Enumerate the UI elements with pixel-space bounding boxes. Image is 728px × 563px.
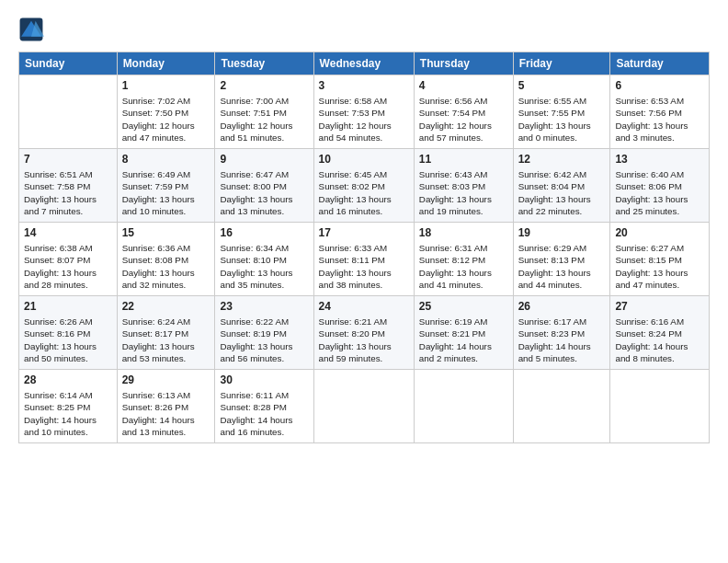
day-number: 5	[518, 78, 606, 93]
day-number: 29	[122, 373, 210, 387]
calendar-cell: 6Sunrise: 6:53 AM Sunset: 7:56 PM Daylig…	[610, 75, 710, 149]
calendar-cell: 30Sunrise: 6:11 AM Sunset: 8:28 PM Dayli…	[215, 370, 313, 443]
day-info: Sunrise: 6:33 AM Sunset: 8:11 PM Dayligh…	[319, 242, 409, 291]
calendar-cell: 13Sunrise: 6:40 AM Sunset: 8:06 PM Dayli…	[610, 149, 710, 223]
day-number: 6	[615, 78, 704, 93]
week-row-5: 28Sunrise: 6:14 AM Sunset: 8:25 PM Dayli…	[19, 370, 710, 443]
day-number: 14	[24, 225, 112, 240]
day-number: 4	[419, 78, 508, 93]
weekday-header-tuesday: Tuesday	[215, 52, 313, 75]
calendar-cell: 21Sunrise: 6:26 AM Sunset: 8:16 PM Dayli…	[19, 296, 118, 370]
calendar-cell: 26Sunrise: 6:17 AM Sunset: 8:23 PM Dayli…	[513, 296, 610, 370]
day-number: 28	[24, 373, 112, 387]
day-info: Sunrise: 6:26 AM Sunset: 8:16 PM Dayligh…	[24, 316, 112, 364]
weekday-header-saturday: Saturday	[610, 52, 710, 75]
day-info: Sunrise: 6:21 AM Sunset: 8:20 PM Dayligh…	[319, 316, 409, 364]
calendar-cell: 29Sunrise: 6:13 AM Sunset: 8:26 PM Dayli…	[117, 370, 215, 443]
calendar-cell	[414, 370, 513, 443]
weekday-header-wednesday: Wednesday	[313, 52, 414, 75]
day-info: Sunrise: 6:55 AM Sunset: 7:55 PM Dayligh…	[518, 95, 606, 144]
calendar-cell	[513, 370, 610, 443]
day-number: 17	[319, 225, 409, 240]
day-info: Sunrise: 6:49 AM Sunset: 7:59 PM Dayligh…	[122, 168, 210, 217]
day-number: 1	[122, 78, 210, 93]
day-info: Sunrise: 6:34 AM Sunset: 8:10 PM Dayligh…	[220, 242, 308, 291]
day-info: Sunrise: 6:38 AM Sunset: 8:07 PM Dayligh…	[24, 242, 112, 291]
weekday-header-thursday: Thursday	[414, 52, 513, 75]
day-info: Sunrise: 6:27 AM Sunset: 8:15 PM Dayligh…	[615, 242, 704, 291]
day-number: 15	[122, 225, 210, 240]
calendar-cell: 22Sunrise: 6:24 AM Sunset: 8:17 PM Dayli…	[117, 296, 215, 370]
day-number: 25	[419, 299, 508, 314]
day-number: 11	[419, 152, 508, 167]
day-info: Sunrise: 6:16 AM Sunset: 8:24 PM Dayligh…	[615, 316, 704, 364]
day-info: Sunrise: 6:40 AM Sunset: 8:06 PM Dayligh…	[615, 168, 704, 217]
day-info: Sunrise: 6:47 AM Sunset: 8:00 PM Dayligh…	[220, 168, 308, 217]
day-number: 16	[220, 225, 308, 240]
calendar-table: SundayMondayTuesdayWednesdayThursdayFrid…	[18, 52, 710, 443]
day-number: 19	[518, 225, 606, 240]
day-number: 3	[319, 78, 409, 93]
calendar-cell: 10Sunrise: 6:45 AM Sunset: 8:02 PM Dayli…	[313, 149, 414, 223]
calendar-cell: 3Sunrise: 6:58 AM Sunset: 7:53 PM Daylig…	[313, 75, 414, 149]
day-number: 18	[419, 225, 508, 240]
calendar-cell: 27Sunrise: 6:16 AM Sunset: 8:24 PM Dayli…	[610, 296, 710, 370]
calendar-cell: 20Sunrise: 6:27 AM Sunset: 8:15 PM Dayli…	[610, 223, 710, 296]
day-number: 22	[122, 299, 210, 314]
calendar-cell: 8Sunrise: 6:49 AM Sunset: 7:59 PM Daylig…	[117, 149, 215, 223]
day-info: Sunrise: 6:14 AM Sunset: 8:25 PM Dayligh…	[24, 389, 112, 438]
logo-icon	[18, 17, 44, 42]
day-info: Sunrise: 7:00 AM Sunset: 7:51 PM Dayligh…	[220, 95, 308, 144]
calendar-cell: 17Sunrise: 6:33 AM Sunset: 8:11 PM Dayli…	[313, 223, 414, 296]
day-number: 8	[122, 152, 210, 167]
week-row-3: 14Sunrise: 6:38 AM Sunset: 8:07 PM Dayli…	[19, 223, 710, 296]
calendar-cell: 12Sunrise: 6:42 AM Sunset: 8:04 PM Dayli…	[513, 149, 610, 223]
day-info: Sunrise: 6:19 AM Sunset: 8:21 PM Dayligh…	[419, 316, 508, 364]
day-info: Sunrise: 6:17 AM Sunset: 8:23 PM Dayligh…	[518, 316, 606, 364]
calendar-cell: 11Sunrise: 6:43 AM Sunset: 8:03 PM Dayli…	[414, 149, 513, 223]
day-info: Sunrise: 6:13 AM Sunset: 8:26 PM Dayligh…	[122, 389, 210, 438]
calendar-cell: 16Sunrise: 6:34 AM Sunset: 8:10 PM Dayli…	[215, 223, 313, 296]
day-number: 24	[319, 299, 409, 314]
weekday-header-friday: Friday	[513, 52, 610, 75]
day-number: 2	[220, 78, 308, 93]
day-number: 10	[319, 152, 409, 167]
calendar-cell: 28Sunrise: 6:14 AM Sunset: 8:25 PM Dayli…	[19, 370, 118, 443]
day-info: Sunrise: 6:58 AM Sunset: 7:53 PM Dayligh…	[319, 95, 409, 144]
day-number: 26	[518, 299, 606, 314]
day-number: 12	[518, 152, 606, 167]
header	[18, 17, 710, 42]
calendar-cell	[19, 75, 118, 149]
logo	[18, 17, 48, 42]
day-number: 9	[220, 152, 308, 167]
day-info: Sunrise: 6:42 AM Sunset: 8:04 PM Dayligh…	[518, 168, 606, 217]
calendar-cell: 1Sunrise: 7:02 AM Sunset: 7:50 PM Daylig…	[117, 75, 215, 149]
day-number: 20	[615, 225, 704, 240]
calendar-cell: 15Sunrise: 6:36 AM Sunset: 8:08 PM Dayli…	[117, 223, 215, 296]
week-row-4: 21Sunrise: 6:26 AM Sunset: 8:16 PM Dayli…	[19, 296, 710, 370]
day-info: Sunrise: 6:56 AM Sunset: 7:54 PM Dayligh…	[419, 95, 508, 144]
day-info: Sunrise: 6:45 AM Sunset: 8:02 PM Dayligh…	[319, 168, 409, 217]
day-info: Sunrise: 6:22 AM Sunset: 8:19 PM Dayligh…	[220, 316, 308, 364]
calendar-cell: 23Sunrise: 6:22 AM Sunset: 8:19 PM Dayli…	[215, 296, 313, 370]
day-info: Sunrise: 6:51 AM Sunset: 7:58 PM Dayligh…	[24, 168, 112, 217]
day-number: 27	[615, 299, 704, 314]
weekday-header-monday: Monday	[117, 52, 215, 75]
day-info: Sunrise: 6:53 AM Sunset: 7:56 PM Dayligh…	[615, 95, 704, 144]
day-info: Sunrise: 6:29 AM Sunset: 8:13 PM Dayligh…	[518, 242, 606, 291]
day-info: Sunrise: 7:02 AM Sunset: 7:50 PM Dayligh…	[122, 95, 210, 144]
day-number: 23	[220, 299, 308, 314]
calendar-cell: 25Sunrise: 6:19 AM Sunset: 8:21 PM Dayli…	[414, 296, 513, 370]
day-info: Sunrise: 6:43 AM Sunset: 8:03 PM Dayligh…	[419, 168, 508, 217]
calendar-cell: 18Sunrise: 6:31 AM Sunset: 8:12 PM Dayli…	[414, 223, 513, 296]
week-row-2: 7Sunrise: 6:51 AM Sunset: 7:58 PM Daylig…	[19, 149, 710, 223]
day-info: Sunrise: 6:31 AM Sunset: 8:12 PM Dayligh…	[419, 242, 508, 291]
day-number: 13	[615, 152, 704, 167]
calendar-cell	[313, 370, 414, 443]
day-info: Sunrise: 6:24 AM Sunset: 8:17 PM Dayligh…	[122, 316, 210, 364]
calendar-cell: 24Sunrise: 6:21 AM Sunset: 8:20 PM Dayli…	[313, 296, 414, 370]
calendar-cell: 2Sunrise: 7:00 AM Sunset: 7:51 PM Daylig…	[215, 75, 313, 149]
weekday-header-sunday: Sunday	[19, 52, 118, 75]
day-number: 7	[24, 152, 112, 167]
calendar-cell	[610, 370, 710, 443]
